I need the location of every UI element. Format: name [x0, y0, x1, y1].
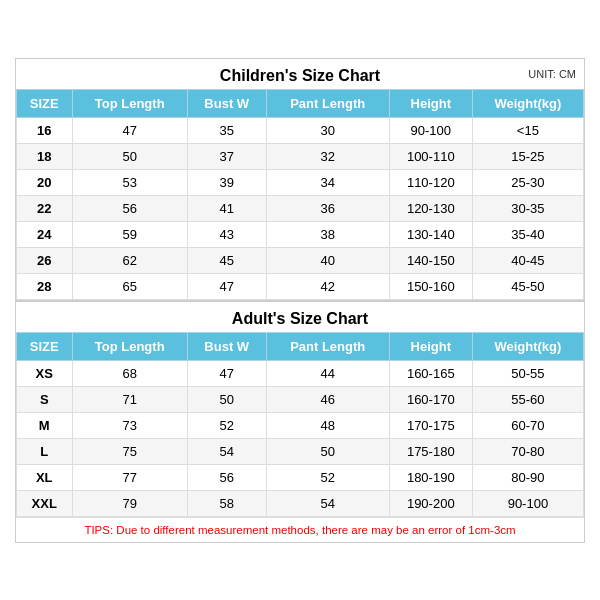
children-col-header: Bust W	[187, 89, 266, 117]
table-row: 18503732100-11015-25	[17, 143, 584, 169]
children-title-text: Children's Size Chart	[220, 67, 380, 84]
children-col-header: SIZE	[17, 89, 73, 117]
children-col-header: Height	[389, 89, 472, 117]
table-cell: 180-190	[389, 464, 472, 490]
table-cell: 170-175	[389, 412, 472, 438]
adult-table-body: XS684744160-16550-55S715046160-17055-60M…	[17, 360, 584, 516]
table-cell: 44	[266, 360, 389, 386]
table-cell: 47	[187, 273, 266, 299]
table-cell: 90-100	[389, 117, 472, 143]
adult-table-header: SIZETop LengthBust WPant LengthHeightWei…	[17, 332, 584, 360]
children-table-body: 1647353090-100<1518503732100-11015-25205…	[17, 117, 584, 299]
table-cell: XXL	[17, 490, 73, 516]
table-cell: 34	[266, 169, 389, 195]
table-cell: 68	[72, 360, 187, 386]
table-cell: 45	[187, 247, 266, 273]
table-row: M735248170-17560-70	[17, 412, 584, 438]
table-cell: 50	[72, 143, 187, 169]
table-cell: 15-25	[472, 143, 583, 169]
table-cell: XS	[17, 360, 73, 386]
table-cell: 56	[72, 195, 187, 221]
table-cell: 30-35	[472, 195, 583, 221]
tips-text: TIPS: Due to different measurement metho…	[16, 517, 584, 542]
table-cell: 90-100	[472, 490, 583, 516]
table-cell: 40	[266, 247, 389, 273]
adult-table: SIZETop LengthBust WPant LengthHeightWei…	[16, 332, 584, 517]
table-row: 26624540140-15040-45	[17, 247, 584, 273]
table-cell: 70-80	[472, 438, 583, 464]
table-cell: 175-180	[389, 438, 472, 464]
table-cell: 36	[266, 195, 389, 221]
size-chart-container: Children's Size Chart UNIT: CM SIZETop L…	[15, 58, 585, 543]
table-cell: 39	[187, 169, 266, 195]
table-cell: 22	[17, 195, 73, 221]
table-cell: 52	[266, 464, 389, 490]
children-section-title: Children's Size Chart UNIT: CM	[16, 59, 584, 89]
table-row: 1647353090-100<15	[17, 117, 584, 143]
table-cell: 55-60	[472, 386, 583, 412]
table-cell: 73	[72, 412, 187, 438]
table-cell: 48	[266, 412, 389, 438]
adult-col-header: SIZE	[17, 332, 73, 360]
table-cell: 30	[266, 117, 389, 143]
children-col-header: Weight(kg)	[472, 89, 583, 117]
table-cell: 71	[72, 386, 187, 412]
adult-col-header: Height	[389, 332, 472, 360]
table-cell: 160-170	[389, 386, 472, 412]
adult-col-header: Weight(kg)	[472, 332, 583, 360]
table-cell: 77	[72, 464, 187, 490]
table-cell: 45-50	[472, 273, 583, 299]
unit-label: UNIT: CM	[528, 68, 576, 80]
table-cell: 25-30	[472, 169, 583, 195]
table-cell: 47	[187, 360, 266, 386]
table-cell: 160-165	[389, 360, 472, 386]
table-cell: 56	[187, 464, 266, 490]
table-cell: 54	[266, 490, 389, 516]
table-cell: 47	[72, 117, 187, 143]
table-cell: 120-130	[389, 195, 472, 221]
table-cell: 24	[17, 221, 73, 247]
table-cell: 50-55	[472, 360, 583, 386]
table-cell: M	[17, 412, 73, 438]
table-row: XXL795854190-20090-100	[17, 490, 584, 516]
table-cell: 42	[266, 273, 389, 299]
table-cell: S	[17, 386, 73, 412]
table-cell: 150-160	[389, 273, 472, 299]
table-cell: 35	[187, 117, 266, 143]
adult-title-text: Adult's Size Chart	[232, 310, 368, 327]
adult-col-header: Pant Length	[266, 332, 389, 360]
table-cell: 16	[17, 117, 73, 143]
table-cell: 28	[17, 273, 73, 299]
table-cell: 190-200	[389, 490, 472, 516]
table-cell: 18	[17, 143, 73, 169]
table-row: 24594338130-14035-40	[17, 221, 584, 247]
children-table: SIZETop LengthBust WPant LengthHeightWei…	[16, 89, 584, 300]
table-row: S715046160-17055-60	[17, 386, 584, 412]
table-cell: 62	[72, 247, 187, 273]
table-row: 22564136120-13030-35	[17, 195, 584, 221]
table-cell: 26	[17, 247, 73, 273]
table-cell: 130-140	[389, 221, 472, 247]
table-cell: 52	[187, 412, 266, 438]
children-table-header: SIZETop LengthBust WPant LengthHeightWei…	[17, 89, 584, 117]
table-cell: 100-110	[389, 143, 472, 169]
adult-col-header: Top Length	[72, 332, 187, 360]
table-cell: 140-150	[389, 247, 472, 273]
table-cell: 43	[187, 221, 266, 247]
table-cell: 20	[17, 169, 73, 195]
table-cell: 37	[187, 143, 266, 169]
table-row: XL775652180-19080-90	[17, 464, 584, 490]
table-cell: 79	[72, 490, 187, 516]
table-cell: 41	[187, 195, 266, 221]
table-row: XS684744160-16550-55	[17, 360, 584, 386]
table-cell: <15	[472, 117, 583, 143]
tips-content: TIPS: Due to different measurement metho…	[84, 524, 515, 536]
table-cell: 54	[187, 438, 266, 464]
table-row: L755450175-18070-80	[17, 438, 584, 464]
table-cell: 65	[72, 273, 187, 299]
children-col-header: Top Length	[72, 89, 187, 117]
table-cell: 46	[266, 386, 389, 412]
table-cell: L	[17, 438, 73, 464]
table-row: 28654742150-16045-50	[17, 273, 584, 299]
adult-section-title: Adult's Size Chart	[16, 300, 584, 332]
